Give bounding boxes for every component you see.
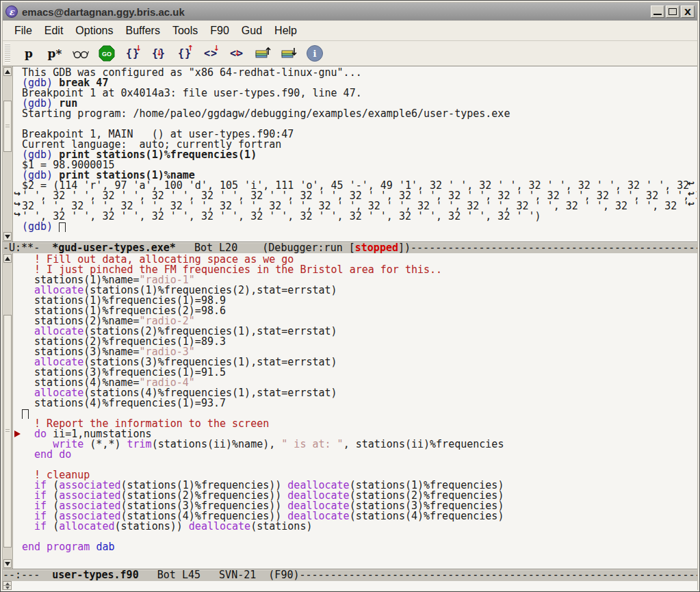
buffer-line: --:--- user-types.f90 Bot L45 SVN-21 (F9…	[3, 570, 697, 580]
menu-f90[interactable]: F90	[204, 23, 235, 38]
buffer-line: (gdb) print stations(1)%name	[22, 170, 697, 181]
gud-toolbar: p p* GO {} ↓ {} ↓ {}	[3, 41, 697, 66]
print-icon: p	[25, 47, 33, 60]
maximize-icon	[669, 8, 677, 15]
source-buffer-window[interactable]: ! Fill out data, allocating space as we …	[3, 253, 697, 569]
glasses-icon	[73, 47, 89, 60]
buffer-line: stations(4)%name="radio-4"	[22, 378, 697, 388]
down-stack-frame-button[interactable]	[280, 44, 298, 62]
gdb-buffer-text[interactable]: This GDB was configured as "x86_64-redha…	[22, 68, 697, 242]
line-wrap-icon: ↩	[688, 179, 695, 188]
buffer-line: $2 = (114 'r', 97 'a', 100 'd', 105 'i',…	[22, 181, 697, 191]
source-scrollbar[interactable]	[3, 253, 13, 569]
buffer-line: do ii=1,numstations	[22, 429, 697, 439]
info-button[interactable]: i	[306, 44, 324, 62]
emacs-icon: ε	[5, 5, 18, 18]
buffer-line: Current language: auto; currently fortra…	[22, 140, 697, 150]
watch-expression-button[interactable]	[72, 44, 90, 62]
gdb-scrollbar[interactable]	[3, 66, 13, 242]
buffer-line: $1 = 98.9000015	[22, 160, 697, 170]
buffer-line: allocate(stations(2)%frequencies(1),stat…	[22, 326, 697, 337]
buffer-line: stations(3)%frequencies(1)=91.5	[22, 368, 697, 378]
buffer-line	[22, 409, 697, 419]
buffer-line: stations(2)%name="radio-2"	[22, 316, 697, 326]
source-scrollbar-thumb[interactable]	[3, 315, 12, 548]
stack-up-icon	[255, 45, 271, 62]
step-line-button[interactable]: {} ↓	[150, 44, 168, 62]
go-button[interactable]: GO	[98, 44, 116, 62]
step-instruction-button[interactable]: <> ↓	[228, 44, 246, 62]
buffer-line: This GDB was configured as "x86_64-redha…	[22, 68, 697, 78]
buffer-line: Starting program: /home/paleo/ggdagw/deb…	[22, 109, 697, 119]
menubar: File Edit Options Buffers Tools F90 Gud …	[3, 21, 697, 41]
source-modeline[interactable]: --:--- user-types.f90 Bot L45 SVN-21 (F9…	[3, 569, 697, 582]
buffer-line: ' ', 32 ' ', 32 ' ', 32 ' ', 32 ' ', 32 …	[22, 211, 697, 222]
buffer-line: if (associated(stations(2)%frequencies))…	[22, 491, 697, 501]
echo-area[interactable]	[3, 581, 697, 591]
close-button[interactable]: X	[681, 5, 695, 18]
buffer-line: ' ', 32 ' ', 32 ' ', 32 ' ', 32 ' ', 32 …	[22, 191, 697, 201]
buffer-line: ! Fill out data, allocating space as we …	[22, 255, 697, 265]
buffer-line: allocate(stations(3)%frequencies(1),stat…	[22, 357, 697, 368]
buffer-line: stations(1)%frequencies(1)=98.9	[22, 296, 697, 306]
menu-gud[interactable]: Gud	[235, 23, 268, 38]
menu-file[interactable]: File	[8, 23, 38, 38]
info-icon: i	[307, 45, 323, 62]
scroll-down-arrow[interactable]	[3, 585, 12, 590]
buffer-line	[22, 460, 697, 470]
buffer-line: stations(1)%name="radio-1"	[22, 275, 697, 285]
next-line-button[interactable]: {} ↓	[124, 44, 142, 62]
line-wrap-icon: ↪	[14, 200, 21, 208]
menu-buffers[interactable]: Buffers	[120, 23, 166, 38]
go-icon: GO	[99, 45, 115, 62]
minimize-icon	[653, 14, 662, 15]
buffer-line: end program dab	[22, 542, 697, 552]
toolbar-grip[interactable]	[5, 44, 10, 63]
buffer-line: ! Report the information to the screen	[22, 419, 697, 429]
buffer-line: write (*,*) trim(stations(ii)%name), " i…	[22, 439, 697, 450]
menu-options[interactable]: Options	[69, 23, 119, 38]
source-buffer-text[interactable]: ! Fill out data, allocating space as we …	[22, 255, 697, 569]
buffer-line: allocate(stations(1)%frequencies(2),stat…	[22, 285, 697, 296]
minibuffer-scrollbar[interactable]	[3, 581, 12, 591]
stack-down-icon	[281, 45, 297, 62]
buffer-line: (gdb) print stations(1)%frequencies(1)	[22, 150, 697, 160]
buffer-line: end do	[22, 450, 697, 460]
print-button[interactable]: p	[20, 44, 38, 62]
maximize-button[interactable]	[666, 5, 679, 18]
buffer-line: stations(3)%name="radio-3"	[22, 347, 697, 357]
line-wrap-icon: ↪	[14, 190, 21, 198]
buffer-line: if (associated(stations(4)%frequencies))…	[22, 511, 697, 522]
gdb-scrollbar-thumb[interactable]	[3, 101, 12, 152]
breakpoint-icon[interactable]	[14, 430, 21, 437]
gdb-buffer-window[interactable]: This GDB was configured as "x86_64-redha…	[3, 66, 697, 242]
buffer-line	[22, 119, 697, 129]
svg-text:GO: GO	[102, 51, 112, 57]
line-wrap-icon: ↩	[688, 200, 695, 208]
buffer-line: stations(1)%frequencies(2)=98.6	[22, 306, 697, 316]
next-instruction-button[interactable]: <> ↓	[202, 44, 220, 62]
buffer-line: 32 ' ', 32 ' ', 32 ' ', 32 ' ', 32 ' ', …	[22, 201, 697, 211]
titlebar[interactable]: ε emacs@dartagnan.ggy.bris.ac.uk X	[3, 3, 697, 21]
finish-function-button[interactable]: {} ↑	[176, 44, 194, 62]
buffer-line: ! I just pinched the FM frequencies in t…	[22, 265, 697, 275]
buffer-line: if (associated(stations(1)%frequencies))…	[22, 480, 697, 491]
scroll-down-arrow[interactable]	[3, 559, 12, 568]
buffer-line: Breakpoint 1, MAIN__ () at user-types.f9…	[22, 129, 697, 140]
minimize-button[interactable]	[651, 5, 664, 18]
buffer-line: allocate(stations(4)%frequencies(1),stat…	[22, 388, 697, 398]
scroll-up-arrow[interactable]	[3, 67, 12, 76]
print-dereference-icon: p*	[48, 47, 62, 60]
window-title: emacs@dartagnan.ggy.bris.ac.uk	[22, 6, 651, 18]
line-wrap-icon: ↪	[14, 210, 21, 218]
menu-edit[interactable]: Edit	[38, 23, 70, 38]
scroll-up-arrow[interactable]	[3, 254, 12, 263]
menu-tools[interactable]: Tools	[166, 23, 204, 38]
buffer-line	[22, 532, 697, 542]
up-stack-frame-button[interactable]	[254, 44, 272, 62]
buffer-line: -U:**- *gud-user-types.exe* Bot L20 (Deb…	[3, 243, 697, 253]
print-dereference-button[interactable]: p*	[46, 44, 64, 62]
menu-help[interactable]: Help	[268, 23, 303, 38]
line-wrap-icon: ↩	[688, 190, 695, 198]
scroll-down-arrow[interactable]	[3, 232, 12, 241]
